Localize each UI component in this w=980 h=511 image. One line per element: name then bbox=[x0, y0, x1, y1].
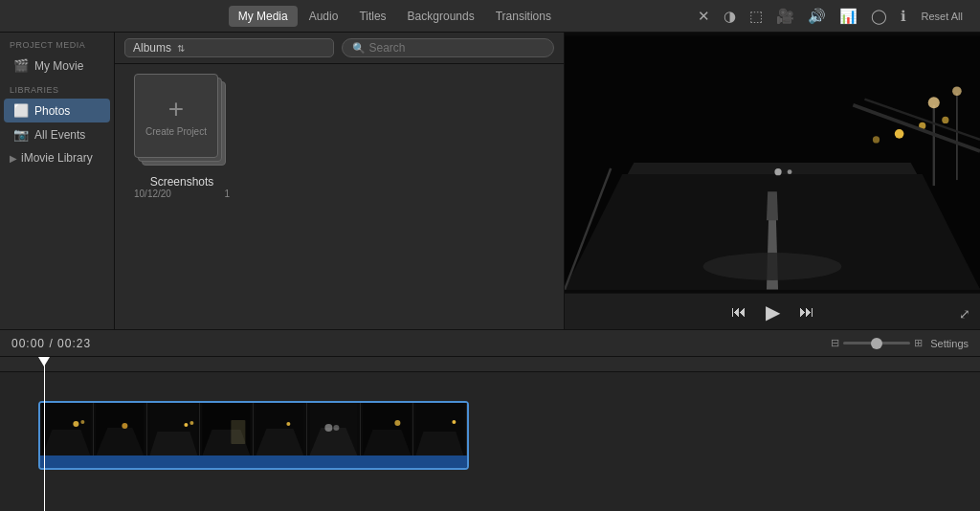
svg-point-13 bbox=[952, 86, 962, 96]
svg-point-21 bbox=[73, 421, 78, 427]
zoom-slider[interactable] bbox=[843, 342, 910, 344]
media-grid: + Create Project Screenshots 10/12/20 1 bbox=[115, 64, 564, 329]
svg-point-22 bbox=[80, 420, 84, 424]
svg-point-16 bbox=[788, 169, 792, 174]
clip-frame-6 bbox=[307, 403, 361, 455]
album-front-card: + Create Project bbox=[134, 74, 218, 158]
timecode-separator: / bbox=[49, 337, 57, 350]
dropdown-arrows-icon: ⇅ bbox=[177, 43, 185, 54]
filter-icon[interactable]: ◯ bbox=[867, 6, 891, 27]
audio-icon[interactable]: 🔊 bbox=[804, 6, 830, 27]
timeline-ruler bbox=[0, 357, 980, 372]
libraries-label: LIBRARIES bbox=[0, 78, 114, 99]
sidebar-item-my-movie[interactable]: 🎬 My Movie bbox=[4, 54, 110, 78]
svg-point-9 bbox=[873, 136, 880, 143]
tab-my-media[interactable]: My Media bbox=[229, 6, 298, 27]
playhead bbox=[44, 357, 45, 511]
preview-panel: ⏮ ▶ ⏭ ⤢ bbox=[565, 33, 980, 329]
top-toolbar: My Media Audio Titles Backgrounds Transi… bbox=[0, 0, 980, 33]
close-icon[interactable]: ✕ bbox=[694, 6, 714, 27]
sidebar-events-label: All Events bbox=[34, 128, 85, 142]
search-icon: 🔍 bbox=[352, 42, 366, 55]
clip-frame-4 bbox=[200, 403, 254, 455]
color-wheel-icon[interactable]: ◑ bbox=[720, 6, 740, 27]
crop-icon[interactable]: ⬚ bbox=[746, 6, 767, 27]
skip-forward-button[interactable]: ⏭ bbox=[791, 300, 822, 324]
sidebar-item-photos[interactable]: ⬜ Photos bbox=[4, 99, 110, 122]
svg-point-28 bbox=[184, 423, 188, 427]
photos-icon: ⬜ bbox=[13, 103, 29, 118]
album-date: 10/12/20 bbox=[134, 189, 171, 199]
timeline-body bbox=[0, 357, 980, 511]
album-stack: + Create Project bbox=[134, 74, 230, 169]
create-project-label: Create Project bbox=[145, 126, 207, 137]
svg-point-6 bbox=[895, 129, 904, 139]
sidebar-item-label: My Movie bbox=[34, 59, 83, 73]
play-button[interactable]: ▶ bbox=[758, 297, 788, 327]
svg-marker-4 bbox=[767, 191, 778, 220]
svg-point-42 bbox=[394, 420, 400, 426]
list-item[interactable]: + Create Project Screenshots 10/12/20 1 bbox=[124, 74, 239, 199]
svg-point-38 bbox=[324, 424, 332, 432]
timeline-track-area bbox=[0, 372, 980, 511]
zoom-out-icon: ⊟ bbox=[831, 337, 839, 349]
sidebar: PROJECT MEDIA 🎬 My Movie LIBRARIES ⬜ Pho… bbox=[0, 33, 115, 329]
svg-point-39 bbox=[333, 425, 339, 431]
sidebar-item-imovie-library[interactable]: ▶ iMovie Library bbox=[0, 146, 114, 169]
svg-point-14 bbox=[703, 253, 842, 280]
svg-marker-44 bbox=[416, 432, 464, 455]
clip-frame-8 bbox=[413, 403, 467, 455]
clip-frame-5 bbox=[254, 403, 307, 455]
svg-marker-27 bbox=[149, 432, 197, 455]
media-tabs: My Media Audio Titles Backgrounds Transi… bbox=[229, 6, 561, 27]
events-icon: 📷 bbox=[13, 127, 29, 142]
album-meta: 10/12/20 1 bbox=[134, 189, 230, 199]
albums-label: Albums bbox=[133, 41, 171, 55]
media-browser: Albums ⇅ 🔍 + Create Project Screenshots bbox=[115, 33, 565, 329]
skip-back-button[interactable]: ⏮ bbox=[724, 300, 754, 324]
svg-point-15 bbox=[774, 168, 781, 175]
clip-frame-7 bbox=[361, 403, 414, 455]
search-box: 🔍 bbox=[342, 38, 555, 57]
sidebar-item-all-events[interactable]: 📷 All Events bbox=[4, 122, 110, 146]
tab-backgrounds[interactable]: Backgrounds bbox=[398, 6, 484, 27]
clip-frame-2 bbox=[94, 403, 147, 455]
fullscreen-button[interactable]: ⤢ bbox=[959, 306, 970, 322]
preview-controls: ⏮ ▶ ⏭ ⤢ bbox=[565, 293, 980, 329]
chart-icon[interactable]: 📊 bbox=[835, 6, 861, 27]
media-browser-header: Albums ⇅ 🔍 bbox=[115, 33, 564, 64]
timecode-display: 00:00 / 00:23 bbox=[11, 337, 91, 350]
svg-point-35 bbox=[286, 422, 290, 426]
project-media-label: PROJECT MEDIA bbox=[0, 33, 114, 54]
settings-button[interactable]: Settings bbox=[930, 338, 969, 349]
clip-frame-1 bbox=[40, 403, 94, 455]
svg-point-45 bbox=[453, 420, 457, 424]
sidebar-library-label: iMovie Library bbox=[21, 151, 93, 165]
sidebar-photos-label: Photos bbox=[34, 104, 70, 118]
tab-audio[interactable]: Audio bbox=[300, 6, 348, 27]
info-icon[interactable]: ℹ bbox=[897, 6, 910, 27]
camera-icon[interactable]: 🎥 bbox=[772, 6, 798, 27]
road-scene bbox=[565, 33, 980, 293]
toolbar-right: ✕ ◑ ⬚ 🎥 🔊 📊 ◯ ℹ Reset All bbox=[694, 6, 980, 27]
albums-dropdown[interactable]: Albums ⇅ bbox=[124, 38, 334, 57]
search-input[interactable] bbox=[369, 41, 545, 55]
timeline-area: 00:00 / 00:23 ⊟ ⊞ Settings bbox=[0, 329, 980, 511]
video-preview bbox=[565, 33, 980, 293]
clip-filmstrip bbox=[40, 403, 467, 455]
plus-icon: + bbox=[168, 96, 184, 122]
svg-point-29 bbox=[189, 421, 193, 425]
chevron-right-icon: ▶ bbox=[10, 153, 17, 164]
current-timecode: 00:00 bbox=[11, 337, 45, 350]
tab-transitions[interactable]: Transitions bbox=[486, 6, 561, 27]
zoom-in-icon: ⊞ bbox=[914, 337, 923, 349]
tab-titles[interactable]: Titles bbox=[349, 6, 395, 27]
svg-point-25 bbox=[122, 423, 127, 429]
clip-audio-waveform bbox=[40, 455, 467, 470]
reset-all-button[interactable]: Reset All bbox=[916, 9, 969, 24]
movie-icon: 🎬 bbox=[13, 58, 29, 73]
playhead-triangle bbox=[38, 357, 50, 367]
video-clip[interactable] bbox=[38, 401, 469, 470]
main-area: PROJECT MEDIA 🎬 My Movie LIBRARIES ⬜ Pho… bbox=[0, 33, 980, 329]
zoom-control: ⊟ ⊞ bbox=[831, 337, 923, 349]
